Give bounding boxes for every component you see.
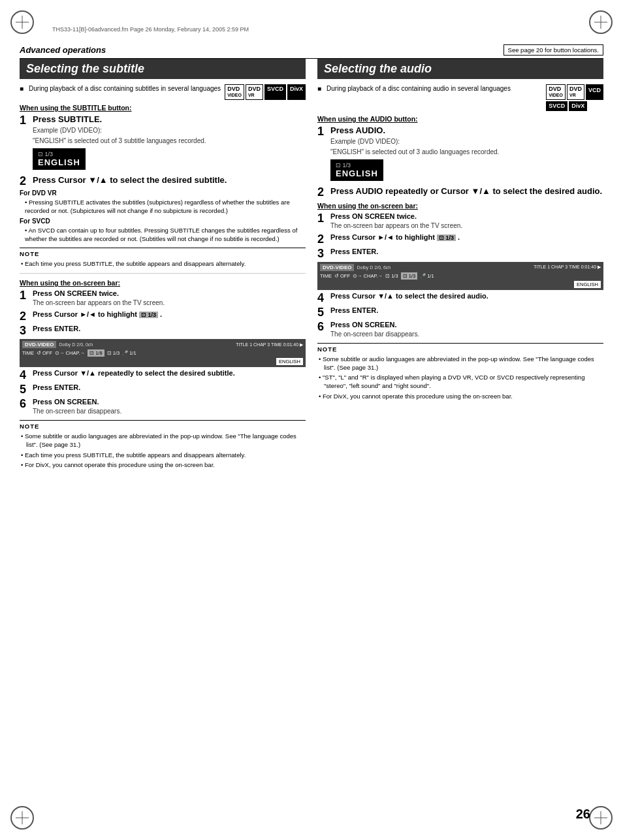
left-os-step4-num: 4 [20,369,30,381]
right-onscreen-step1: 1 Press ON SCREEN twice. The on-screen b… [317,212,603,231]
right-badges: DVDVIDEO DVDVR VCD SVCD DivX [546,84,603,111]
right-os-step2-num: 2 [317,233,328,245]
right-osd-line1: ⊡ 1/3 [336,162,378,169]
right-note-item-2: • "ST", "L" and "R" is displayed when pl… [317,373,603,391]
right-onscreen-bar: DVD-VIDEO Dolby D 2/0, 6ch TITLE 1 CHAP … [317,262,603,290]
svcd-label: For SVCD [20,218,306,225]
left-os-step2-title: Press Cursor ►/◄ to highlight ⊡ 1/3 . [33,310,306,318]
right-english-tag: ENGLISH [574,281,601,288]
dvd-vr-note: • Pressing SUBTITLE activates the subtit… [20,198,306,216]
left-os-step6-content: Press ON SCREEN. The on-screen bar disap… [33,398,306,416]
right-step1: 1 Press AUDIO. Example (DVD VIDEO): "ENG… [317,125,603,184]
left-step1: 1 Press SUBTITLE. Example (DVD VIDEO): "… [20,114,306,172]
page-note: See page 20 for button locations. [503,44,603,56]
left-divider [20,273,306,274]
right-os-step5-content: Press ENTER. [330,306,603,314]
left-os-step1-content: Press ON SCREEN twice. The on-screen bar… [33,289,306,308]
right-step2: 2 Press AUDIO repeatedly or Cursor ▼/▲ t… [317,186,603,198]
right-badge-svcd: SVCD [546,101,567,111]
right-os-step6-content: Press ON SCREEN. The on-screen bar disap… [330,321,603,339]
page-title: Advanced operations [20,45,106,55]
left-step2-title: Press Cursor ▼/▲ to select the desired s… [33,175,306,186]
left-os-step4-title: Press Cursor ▼/▲ repeatedly to select th… [33,369,306,377]
left-onscreen-step3: 3 Press ENTER. [20,325,306,336]
right-os-step4-content: Press Cursor ▼/▲ to select the desired a… [330,292,603,300]
left-step1-example-text: "ENGLISH" is selected out of 3 subtitle … [33,137,306,146]
right-badge-divx: DivX [569,101,587,111]
right-intro-row: ■ During playback of a disc containing a… [317,84,603,111]
subtitle-button-heading: When using the SUBTITLE button: [20,104,306,112]
svcd-note: • An SVCD can contain up to four subtitl… [20,226,306,244]
left-column: Selecting the subtitle ■ During playback… [20,59,306,801]
left-onscreen-step6: 6 Press ON SCREEN. The on-screen bar dis… [20,398,306,416]
right-badge-dvd-video: DVDVIDEO [546,84,566,100]
left-english-tag: ENGLISH [276,358,303,365]
left-note-title: NOTE [20,248,306,257]
corner-br [589,806,613,830]
right-onscreen-step4: 4 Press Cursor ▼/▲ to select the desired… [317,292,603,304]
right-os-step2-content: Press Cursor ►/◄ to highlight ⊡ 1/3 . [330,233,603,241]
left-onscreen-heading: When using the on-screen bar: [20,279,306,287]
right-note-item-1: • Some subtitle or audio languages are a… [317,355,603,372]
right-column: Selecting the audio ■ During playback of… [317,59,603,801]
left-os-step3-content: Press ENTER. [33,325,306,332]
badge-svcd: SVCD [264,84,286,100]
right-note-section: NOTE • Some subtitle or audio languages … [317,343,603,400]
right-badge-dvd-vr: DVDVR [567,84,584,100]
left-badges: DVDVIDEO DVDVR SVCD DivX [225,84,306,100]
right-badge-row1: DVDVIDEO DVDVR VCD [546,84,603,100]
right-os-step1-num: 1 [317,212,328,224]
right-os-step5-num: 5 [317,306,328,318]
left-os-step6-sub: The on-screen bar disappears. [33,407,306,416]
left-step2-num: 2 [20,175,30,187]
left-bottom-note-title: NOTE [20,420,306,430]
left-bottom-note-2: • Each time you press SUBTITLE, the subt… [20,451,306,459]
right-onscreen-step6: 6 Press ON SCREEN. The on-screen bar dis… [317,321,603,339]
right-step1-example-label: Example (DVD VIDEO): [330,137,603,146]
right-step1-content: Press AUDIO. Example (DVD VIDEO): "ENGLI… [330,125,603,184]
left-os-step5-title: Press ENTER. [33,383,306,391]
left-os-step3-num: 3 [20,325,30,336]
left-bottom-note: NOTE • Some subtitle or audio languages … [20,420,306,469]
right-os-step6-num: 6 [317,321,328,332]
left-os-step1-title: Press ON SCREEN twice. [33,289,306,297]
right-step1-num: 1 [317,125,328,137]
left-intro-text: During playback of a disc containing sub… [29,84,221,93]
left-step1-num: 1 [20,114,30,126]
right-onscreen-step5: 5 Press ENTER. [317,306,603,318]
dvd-vr-label: For DVD VR [20,189,306,197]
badge-dvd-vr: DVDVR [246,84,263,100]
right-osd-line2: ENGLISH [336,169,378,178]
left-intro: ■ During playback of a disc containing s… [20,84,221,93]
left-bottom-note-1: • Some subtitle or audio languages are a… [20,432,306,449]
right-osd-box: ⊡ 1/3 ENGLISH [330,159,383,181]
left-step1-title: Press SUBTITLE. [33,114,306,125]
right-highlight-symbol: ⊡ 1/3 [437,234,456,241]
right-os-step4-num: 4 [317,292,328,304]
left-onscreen-step4: 4 Press Cursor ▼/▲ repeatedly to select … [20,369,306,381]
right-intro-text: During playback of a disc containing aud… [327,84,542,93]
left-step1-example-label: Example (DVD VIDEO): [33,126,306,135]
right-badge-vcd: VCD [586,84,603,100]
left-os-step2-content: Press Cursor ►/◄ to highlight ⊡ 1/3 . [33,310,306,318]
corner-tl [10,10,34,34]
left-os-step1-sub: The on-screen bar appears on the TV scre… [33,299,306,308]
right-os-step1-content: Press ON SCREEN twice. The on-screen bar… [330,212,603,231]
left-os-step4-content: Press Cursor ▼/▲ repeatedly to select th… [33,369,306,377]
right-onscreen-step2: 2 Press Cursor ►/◄ to highlight ⊡ 1/3 . [317,233,603,245]
right-os-step4-title: Press Cursor ▼/▲ to select the desired a… [330,292,603,300]
header: Advanced operations See page 20 for butt… [20,44,603,59]
badge-divx: DivX [287,84,306,100]
left-onscreen-step1: 1 Press ON SCREEN twice. The on-screen b… [20,289,306,308]
right-badge-row2: SVCD DivX [546,101,587,111]
left-section-title: Selecting the subtitle [20,59,306,79]
right-note-item-3: • For DivX, you cannot operate this proc… [317,392,603,400]
intro-bullet: ■ [20,85,24,92]
right-note-title: NOTE [317,343,603,353]
left-note-section: NOTE • Each time you press SUBTITLE, the… [20,248,306,268]
right-section-title: Selecting the audio [317,59,603,79]
left-osd-line1: ⊡ 1/3 [38,151,80,157]
right-step1-example-text: "ENGLISH" is selected out of 3 audio lan… [330,148,603,157]
corner-tr [589,10,613,34]
left-highlight-symbol: ⊡ 1/3 [139,312,158,318]
